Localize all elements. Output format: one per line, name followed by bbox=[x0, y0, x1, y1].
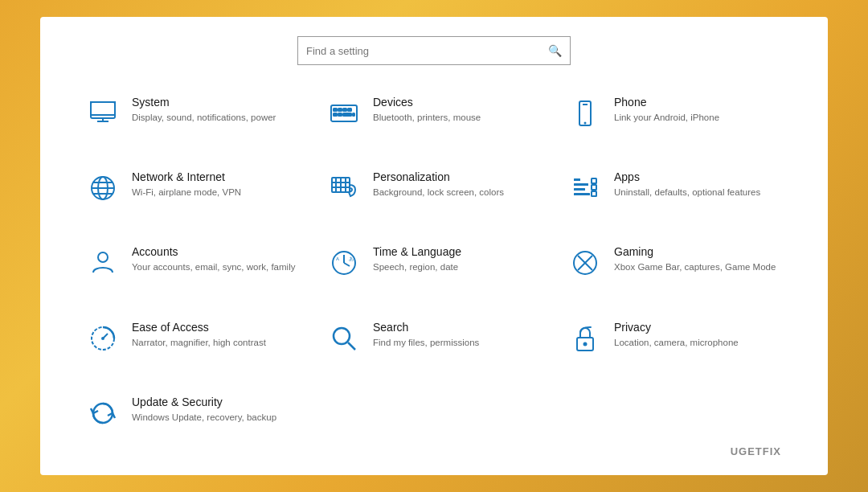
setting-desc-system: Display, sound, notifications, power bbox=[132, 111, 301, 124]
svg-rect-31 bbox=[592, 178, 596, 183]
svg-rect-5 bbox=[334, 109, 337, 111]
svg-point-14 bbox=[584, 122, 587, 125]
setting-text-apps: Apps Uninstall, defaults, optional featu… bbox=[614, 170, 783, 199]
svg-rect-29 bbox=[574, 188, 585, 191]
setting-title-privacy: Privacy bbox=[614, 321, 783, 334]
setting-title-update: Update & Security bbox=[132, 396, 301, 408]
setting-item-ease[interactable]: Ease of Access Narrator, magnifier, high… bbox=[72, 310, 313, 384]
setting-title-devices: Devices bbox=[373, 96, 542, 109]
svg-rect-27 bbox=[574, 178, 580, 181]
svg-point-46 bbox=[334, 328, 350, 344]
svg-rect-8 bbox=[348, 109, 351, 111]
settings-grid: System Display, sound, notifications, po… bbox=[72, 84, 796, 459]
setting-desc-time: Speech, region, date bbox=[373, 260, 542, 273]
setting-desc-apps: Uninstall, defaults, optional features bbox=[614, 186, 783, 199]
setting-text-gaming: Gaming Xbox Game Bar, captures, Game Mod… bbox=[614, 245, 783, 273]
globe-icon bbox=[85, 170, 121, 206]
setting-desc-phone: Link your Android, iPhone bbox=[614, 111, 783, 124]
time-icon: A あ bbox=[326, 245, 362, 281]
setting-desc-devices: Bluetooth, printers, mouse bbox=[373, 111, 542, 124]
svg-rect-32 bbox=[592, 185, 596, 190]
setting-title-ease: Ease of Access bbox=[132, 321, 301, 334]
setting-text-ease: Ease of Access Narrator, magnifier, high… bbox=[132, 321, 301, 349]
setting-item-privacy[interactable]: Privacy Location, camera, microphone bbox=[555, 310, 796, 384]
person-icon bbox=[85, 245, 121, 281]
setting-title-personalization: Personalization bbox=[373, 170, 542, 183]
search-icon bbox=[326, 321, 362, 356]
setting-text-network: Network & Internet Wi-Fi, airplane mode,… bbox=[132, 170, 301, 199]
setting-desc-gaming: Xbox Game Bar, captures, Game Mode bbox=[614, 260, 783, 273]
svg-point-49 bbox=[583, 342, 588, 346]
setting-title-time: Time & Language bbox=[373, 245, 542, 258]
setting-item-time[interactable]: A あ Time & Language Speech, region, date bbox=[313, 234, 555, 309]
svg-rect-28 bbox=[574, 183, 588, 186]
settings-window: 🔍 System Display, sound, notifications, … bbox=[40, 17, 828, 475]
setting-item-personalization[interactable]: Personalization Background, lock screen,… bbox=[313, 159, 555, 234]
search-input[interactable] bbox=[306, 45, 548, 57]
svg-line-47 bbox=[348, 342, 355, 350]
svg-rect-9 bbox=[334, 113, 337, 116]
setting-desc-network: Wi-Fi, airplane mode, VPN bbox=[132, 186, 301, 199]
svg-text:あ: あ bbox=[349, 256, 354, 262]
setting-text-update: Update & Security Windows Update, recove… bbox=[132, 396, 301, 424]
svg-rect-10 bbox=[338, 113, 342, 116]
setting-text-time: Time & Language Speech, region, date bbox=[373, 245, 542, 273]
svg-text:A: A bbox=[336, 256, 339, 261]
setting-title-phone: Phone bbox=[614, 96, 783, 109]
phone-icon bbox=[567, 96, 603, 131]
setting-item-system[interactable]: System Display, sound, notifications, po… bbox=[72, 84, 313, 159]
svg-point-34 bbox=[98, 252, 108, 262]
setting-title-accounts: Accounts bbox=[132, 245, 301, 258]
setting-desc-update: Windows Update, recovery, backup bbox=[132, 411, 301, 424]
lock-icon bbox=[567, 321, 603, 356]
setting-text-personalization: Personalization Background, lock screen,… bbox=[373, 170, 542, 199]
watermark-text: UGETFIX bbox=[731, 445, 781, 457]
keyboard-icon bbox=[326, 96, 362, 131]
setting-item-gaming[interactable]: Gaming Xbox Game Bar, captures, Game Mod… bbox=[555, 234, 796, 309]
setting-text-system: System Display, sound, notifications, po… bbox=[132, 96, 301, 124]
svg-rect-33 bbox=[592, 191, 596, 196]
setting-item-phone[interactable]: Phone Link your Android, iPhone bbox=[555, 84, 796, 159]
xbox-icon bbox=[567, 245, 603, 281]
svg-rect-3 bbox=[91, 102, 115, 115]
svg-line-37 bbox=[344, 263, 350, 266]
setting-title-gaming: Gaming bbox=[614, 245, 783, 258]
setting-title-system: System bbox=[132, 96, 301, 109]
setting-title-network: Network & Internet bbox=[132, 170, 301, 183]
setting-desc-personalization: Background, lock screen, colors bbox=[373, 186, 542, 199]
monitor-icon bbox=[85, 96, 121, 131]
setting-title-search: Search bbox=[373, 321, 542, 334]
setting-item-update[interactable]: Update & Security Windows Update, recove… bbox=[72, 384, 313, 459]
setting-text-phone: Phone Link your Android, iPhone bbox=[614, 96, 783, 124]
setting-text-privacy: Privacy Location, camera, microphone bbox=[614, 321, 783, 349]
apps-icon bbox=[567, 170, 603, 206]
paint-icon bbox=[326, 170, 362, 206]
svg-rect-6 bbox=[338, 109, 342, 111]
update-icon bbox=[85, 396, 121, 431]
setting-desc-ease: Narrator, magnifier, high contrast bbox=[132, 336, 301, 349]
setting-desc-privacy: Location, camera, microphone bbox=[614, 336, 783, 349]
setting-desc-accounts: Your accounts, email, sync, work, family bbox=[132, 260, 301, 273]
setting-text-accounts: Accounts Your accounts, email, sync, wor… bbox=[132, 245, 301, 273]
search-bar[interactable]: 🔍 bbox=[297, 36, 571, 65]
setting-text-search: Search Find my files, permissions bbox=[373, 321, 542, 349]
setting-desc-search: Find my files, permissions bbox=[373, 336, 542, 349]
ease-icon bbox=[85, 321, 121, 356]
setting-title-apps: Apps bbox=[614, 170, 783, 183]
svg-rect-30 bbox=[574, 193, 590, 195]
setting-item-network[interactable]: Network & Internet Wi-Fi, airplane mode,… bbox=[72, 159, 313, 234]
svg-point-45 bbox=[101, 337, 104, 340]
setting-item-devices[interactable]: Devices Bluetooth, printers, mouse bbox=[313, 84, 555, 159]
search-container: 🔍 bbox=[72, 36, 796, 65]
setting-item-search[interactable]: Search Find my files, permissions bbox=[313, 310, 555, 384]
setting-item-accounts[interactable]: Accounts Your accounts, email, sync, wor… bbox=[72, 234, 313, 309]
search-icon: 🔍 bbox=[548, 44, 562, 57]
svg-rect-7 bbox=[343, 109, 346, 111]
svg-rect-12 bbox=[353, 113, 354, 116]
setting-text-devices: Devices Bluetooth, printers, mouse bbox=[373, 96, 542, 124]
setting-item-apps[interactable]: Apps Uninstall, defaults, optional featu… bbox=[555, 159, 796, 234]
svg-rect-11 bbox=[343, 113, 351, 116]
